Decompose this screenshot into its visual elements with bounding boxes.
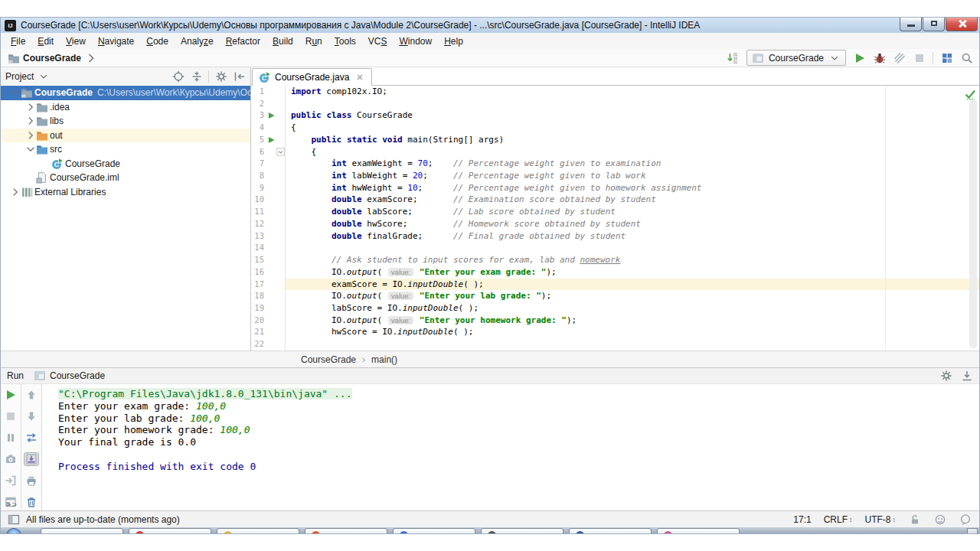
project-view-dropdown-icon[interactable] <box>37 70 50 83</box>
fold-marker-icon[interactable] <box>276 146 285 158</box>
tree-item-coursegrade[interactable]: CCourseGrade <box>1 157 250 171</box>
tree-item-src[interactable]: src <box>1 142 250 157</box>
chevron-expanded-icon[interactable] <box>10 86 21 99</box>
menu-item-run[interactable]: Run <box>299 34 328 48</box>
menu-item-refactor[interactable]: Refactor <box>220 34 266 48</box>
menu-item-tools[interactable]: Tools <box>328 34 362 48</box>
menu-item-code[interactable]: Code <box>140 34 175 48</box>
locate-file-icon[interactable] <box>172 70 185 83</box>
taskbar-app-icon <box>136 531 144 534</box>
menu-item-edit[interactable]: Edit <box>31 34 60 48</box>
project-structure-icon[interactable] <box>940 51 953 64</box>
show-desktop-button[interactable] <box>967 528 978 534</box>
taskbar-button[interactable] <box>481 528 564 534</box>
taskbar-button[interactable] <box>129 528 211 534</box>
sort-icon[interactable]: 011001 <box>727 51 740 64</box>
editor-tab[interactable]: C CourseGrade.java <box>252 68 372 86</box>
tool-window-toggle-icon[interactable] <box>7 513 20 526</box>
run-settings-gear-icon[interactable] <box>939 370 952 383</box>
code-segment: comp102x.IO; <box>322 86 387 96</box>
tree-item-coursegrade[interactable]: CourseGradeC:\Users\user\Work\Курсы\Udem… <box>1 86 250 100</box>
menu-item-navigate[interactable]: Navigate <box>92 34 140 48</box>
down-stacktrace-button[interactable] <box>24 409 39 423</box>
line-endings-select[interactable]: CRLF↕ <box>824 514 853 525</box>
breadcrumb-project[interactable]: CourseGrade <box>23 53 81 64</box>
tree-item-out[interactable]: out <box>1 129 250 143</box>
collapse-all-icon[interactable] <box>190 70 203 83</box>
notifications-icon[interactable] <box>959 513 972 526</box>
hide-run-panel-icon[interactable] <box>960 370 973 383</box>
run-tab[interactable]: CourseGrade <box>28 369 109 383</box>
caret-position[interactable]: 17:1 <box>793 514 811 525</box>
print-button[interactable] <box>24 474 39 487</box>
rerun-button[interactable] <box>3 388 18 402</box>
chevron-right-icon <box>84 51 97 64</box>
taskbar-button[interactable] <box>393 528 475 534</box>
menu-item-window[interactable]: Window <box>393 34 438 48</box>
menu-item-build[interactable]: Build <box>266 34 299 48</box>
stop-button[interactable] <box>913 51 926 64</box>
chevron-expanded-icon[interactable] <box>25 143 36 155</box>
debug-button[interactable] <box>873 51 886 64</box>
pause-output-button[interactable] <box>3 431 18 445</box>
breadcrumb-main[interactable]: main() <box>371 354 397 365</box>
code-segment: 20 <box>413 171 423 181</box>
taskbar-button[interactable] <box>41 528 123 534</box>
clear-console-button[interactable] <box>24 495 39 509</box>
menu-item-view[interactable]: View <box>60 34 92 48</box>
classRun-icon: C <box>51 158 65 170</box>
taskbar-app-icon <box>488 531 496 534</box>
exit-button[interactable] <box>3 474 18 487</box>
chevron-collapsed-icon[interactable] <box>25 101 36 113</box>
taskbar-button[interactable] <box>569 528 652 534</box>
editor-gutter: 3 <box>251 109 286 122</box>
restore-button[interactable] <box>923 18 945 31</box>
menu-item-analyze[interactable]: Analyze <box>175 34 220 48</box>
lock-icon[interactable] <box>908 513 921 526</box>
stop-process-button[interactable] <box>3 409 18 423</box>
chevron-collapsed-icon[interactable] <box>25 129 36 142</box>
coverage-button[interactable] <box>893 51 906 64</box>
start-orb[interactable] <box>6 528 21 534</box>
tree-item-label: CourseGrade.iml <box>50 172 119 183</box>
menu-item-file[interactable]: File <box>5 34 31 48</box>
run-line-icon[interactable] <box>266 109 276 122</box>
menu-item-vcs[interactable]: VCS <box>362 34 394 48</box>
close-button[interactable] <box>946 18 978 31</box>
inspection-profile-icon[interactable] <box>933 513 946 526</box>
project-panel-title[interactable]: Project <box>5 71 34 82</box>
editor-scrollbar[interactable] <box>969 99 977 348</box>
breadcrumb-coursegrade[interactable]: CourseGrade <box>301 354 356 365</box>
minimize-button[interactable] <box>900 18 922 31</box>
gear-icon[interactable] <box>214 70 227 83</box>
breadcrumb[interactable]: CourseGrade <box>7 51 97 64</box>
code-segment <box>291 207 332 217</box>
close-tab-icon[interactable] <box>353 71 366 84</box>
run-line-icon[interactable] <box>266 134 276 146</box>
scroll-to-end-button[interactable] <box>24 452 39 466</box>
gutter-slot <box>266 326 276 338</box>
thread-dump-button[interactable] <box>3 452 18 466</box>
hide-panel-icon[interactable] <box>233 70 246 83</box>
encoding-select[interactable]: UTF-8↕ <box>865 514 897 525</box>
taskbar-button[interactable] <box>305 528 387 534</box>
editor-gutter: 21 <box>251 326 286 338</box>
tree-item-libs[interactable]: libs <box>1 114 250 129</box>
code-editor[interactable]: 1import comp102x.IO;23public class Cours… <box>251 86 979 350</box>
search-everywhere-icon[interactable] <box>960 51 973 64</box>
chevron-collapsed-icon[interactable] <box>10 186 21 198</box>
menu-item-help[interactable]: Help <box>438 34 469 48</box>
tree-item-label: CourseGrade <box>65 158 120 169</box>
taskbar-button[interactable] <box>657 528 740 534</box>
tree-item-external-libraries[interactable]: External Libraries <box>1 185 250 200</box>
taskbar-button[interactable] <box>217 528 299 534</box>
run-configuration-select[interactable]: CourseGrade <box>746 50 846 66</box>
tree-item-coursegrade-iml[interactable]: CourseGrade.iml <box>1 171 250 185</box>
gutter-slot <box>266 290 276 302</box>
more-actions-button[interactable]: >> <box>6 500 18 509</box>
tree-item--idea[interactable]: .idea <box>1 100 250 115</box>
soft-wrap-button[interactable] <box>24 431 39 445</box>
chevron-collapsed-icon[interactable] <box>25 115 36 127</box>
up-stacktrace-button[interactable] <box>24 388 39 402</box>
run-button[interactable] <box>853 51 866 64</box>
